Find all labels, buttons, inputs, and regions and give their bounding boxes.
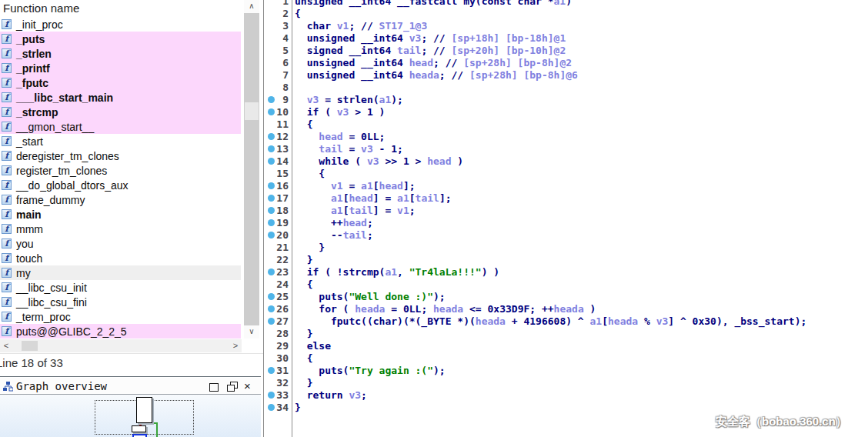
function-row[interactable]: f__libc_csu_fini	[0, 295, 241, 309]
function-row[interactable]: f_term_proc	[0, 309, 241, 324]
code-line[interactable]: 8	[264, 82, 868, 94]
scroll-left-arrow-icon[interactable]: <	[0, 339, 12, 352]
code-line[interactable]: 32 }	[264, 377, 868, 389]
line-number: 33	[273, 389, 289, 401]
code-text: unsigned __int64 head; // [sp+28h] [bp-8…	[295, 57, 572, 68]
function-row[interactable]: f_printf	[0, 61, 241, 75]
functions-horizontal-scrollbar[interactable]: < >	[0, 339, 242, 352]
line-number: 15	[273, 168, 289, 179]
code-line[interactable]: 18 a1[tail] = v1;	[264, 205, 868, 217]
function-row[interactable]: fmmm	[0, 222, 241, 236]
code-line[interactable]: 23 if ( !strcmp(a1, "Tr4laLa!!!") )	[264, 266, 868, 279]
code-token: + 4196608) ^	[506, 315, 590, 327]
code-token: fputc((char)(*(_BYTE *)(	[295, 315, 476, 327]
function-row[interactable]: f_strlen	[0, 46, 241, 61]
code-line[interactable]: 9 v3 = strlen(a1);	[264, 94, 868, 106]
code-token: v3	[337, 106, 349, 118]
maximize-button[interactable]	[209, 383, 219, 392]
code-text: ++head;	[295, 217, 373, 229]
code-token: "Well done :)"	[349, 291, 433, 302]
code-line[interactable]: 20 --tail;	[264, 229, 868, 242]
code-token: puts(	[295, 365, 349, 376]
code-line[interactable]: 17 a1[head] = a1[tail];	[264, 192, 868, 205]
code-line[interactable]: 24 {	[264, 279, 868, 291]
code-line[interactable]: 26 for ( heada = 0LL; heada <= 0x33D9F; …	[264, 303, 868, 315]
code-token: v3	[349, 389, 361, 401]
code-line[interactable]: 21 }	[264, 242, 868, 254]
close-button[interactable]: ×	[244, 379, 251, 394]
code-line[interactable]: 22 }	[264, 254, 868, 266]
function-row[interactable]: f_strcmp	[0, 105, 241, 119]
code-token: > 1 )	[349, 106, 385, 118]
function-row[interactable]: f___libc_start_main	[0, 90, 241, 105]
code-line[interactable]: 14 while ( v3 >> 1 > head )	[264, 155, 868, 168]
function-row[interactable]: fregister_tm_clones	[0, 163, 241, 178]
line-number: 21	[273, 242, 289, 253]
code-text: --tail;	[295, 229, 373, 241]
function-row[interactable]: fmain	[0, 207, 241, 222]
code-line[interactable]: 31 puts("Try again :(");	[264, 365, 868, 377]
function-row[interactable]: fderegister_tm_clones	[0, 148, 241, 163]
code-line[interactable]: 34}	[264, 402, 868, 414]
code-token: signed __int64	[295, 45, 397, 56]
function-row[interactable]: f_puts	[0, 32, 241, 46]
function-name-column-header[interactable]: Function name	[0, 0, 244, 17]
horizontal-scrollbar-thumb[interactable]	[22, 341, 38, 351]
code-line[interactable]: 25 puts("Well done :)");	[264, 291, 868, 303]
function-icon: f	[2, 151, 12, 161]
scroll-down-arrow-icon[interactable]: ∨	[244, 325, 259, 339]
float-window-button[interactable]	[227, 382, 238, 392]
function-row[interactable]: fframe_dummy	[0, 192, 241, 207]
function-row[interactable]: fmy	[0, 265, 241, 280]
function-name: deregister_tm_clones	[16, 150, 119, 162]
code-line[interactable]: 4 unsigned __int64 v3; // [sp+18h] [bp-1…	[264, 32, 868, 45]
function-row[interactable]: f_fputc	[0, 75, 241, 90]
code-line[interactable]: 1unsigned __int64 __fastcall my(const ch…	[264, 0, 868, 8]
function-row[interactable]: ftouch	[0, 251, 241, 265]
code-token	[295, 143, 319, 155]
code-line[interactable]: 28 }	[264, 328, 868, 340]
function-row[interactable]: f_start	[0, 134, 241, 148]
vertical-scrollbar-thumb[interactable]	[245, 102, 259, 120]
code-token	[295, 94, 307, 105]
code-line[interactable]: 13 tail = v3 - 1;	[264, 143, 868, 155]
code-line[interactable]: 10 if ( v3 > 1 )	[264, 106, 868, 118]
line-number: 10	[273, 106, 289, 118]
pseudocode-panel: 1unsigned __int64 __fastcall my(const ch…	[263, 0, 868, 437]
code-line[interactable]: 30 {	[264, 352, 868, 365]
code-token: >> 1 >	[379, 155, 428, 167]
code-line[interactable]: 33 return v3;	[264, 389, 868, 402]
code-line[interactable]: 2{	[264, 8, 868, 20]
function-row[interactable]: f__libc_csu_init	[0, 280, 241, 295]
code-line[interactable]: 5 signed __int64 tail; // [sp+20h] [bp-1…	[264, 45, 868, 57]
function-row[interactable]: f_init_proc	[0, 17, 241, 32]
scroll-right-arrow-icon[interactable]: >	[229, 339, 242, 352]
code-line[interactable]: 19 ++head;	[264, 217, 868, 229]
code-text: if ( !strcmp(a1, "Tr4laLa!!!") )	[295, 266, 499, 278]
function-row[interactable]: f__do_global_dtors_aux	[0, 178, 241, 192]
code-line[interactable]: 12 head = 0LL;	[264, 131, 868, 143]
code-line[interactable]: 11 {	[264, 118, 868, 131]
function-row[interactable]: fyou	[0, 236, 241, 251]
line-number: 3	[273, 20, 289, 32]
code-line[interactable]: 3 char v1; // ST17_1@3	[264, 20, 868, 32]
code-line[interactable]: 27 fputc((char)(*(_BYTE *)(heada + 41966…	[264, 315, 868, 328]
code-text: tail = v3 - 1;	[295, 143, 403, 155]
code-line[interactable]: 29 else	[264, 340, 868, 352]
graph-overview-titlebar[interactable]: Graph overview ×	[0, 378, 261, 395]
code-line[interactable]: 6 unsigned __int64 head; // [sp+28h] [bp…	[264, 57, 868, 69]
function-row[interactable]: f__gmon_start__	[0, 119, 241, 134]
code-line[interactable]: 15 {	[264, 168, 868, 180]
graph-overview-minimap[interactable]	[0, 395, 261, 437]
function-row[interactable]: fputs@@GLIBC_2_2_5	[0, 324, 241, 339]
functions-vertical-scrollbar[interactable]: ∧ ∨	[244, 0, 259, 339]
code-token: a1	[385, 266, 397, 278]
scroll-up-arrow-icon[interactable]: ∧	[244, 0, 259, 13]
code-line[interactable]: 7 unsigned __int64 heada; // [sp+28h] [b…	[264, 69, 868, 82]
function-icon: f	[2, 239, 12, 249]
code-line[interactable]: 16 v1 = a1[head];	[264, 180, 868, 192]
code-text: }	[295, 377, 312, 389]
function-icon: f	[2, 107, 12, 117]
code-text: if ( v3 > 1 )	[295, 106, 385, 118]
code-token: head	[427, 155, 451, 167]
